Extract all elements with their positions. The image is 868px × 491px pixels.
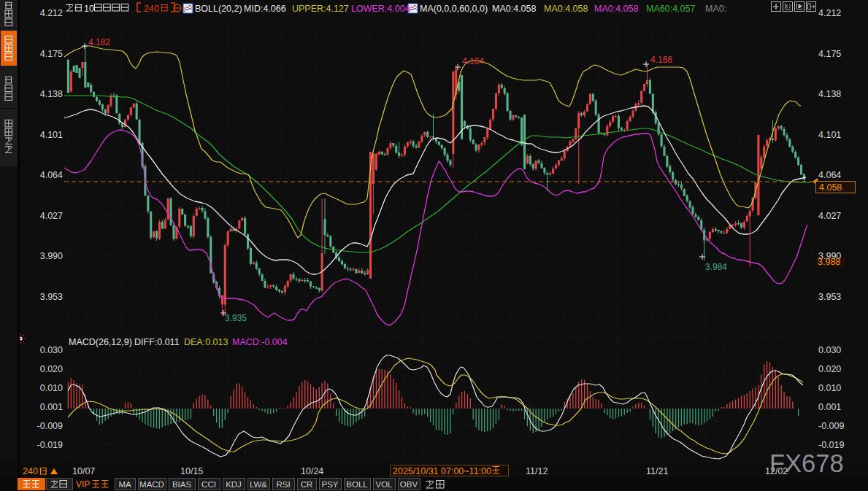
svg-text:-0.019: -0.019 — [37, 440, 63, 450]
svg-text:-0.019: -0.019 — [818, 440, 844, 450]
svg-text:OBV: OBV — [400, 480, 418, 489]
svg-text:DIFF:0.011: DIFF:0.011 — [134, 337, 180, 347]
svg-text:0.001: 0.001 — [40, 402, 63, 412]
svg-text:4.164: 4.164 — [462, 56, 484, 66]
svg-text:4.175: 4.175 — [818, 49, 841, 59]
svg-text:4.027: 4.027 — [40, 211, 63, 221]
svg-text:-0.009: -0.009 — [818, 421, 844, 431]
svg-text:4.027: 4.027 — [818, 211, 841, 221]
svg-text:PSY: PSY — [321, 480, 338, 489]
svg-text:4.212: 4.212 — [40, 8, 63, 18]
svg-text:-0.009: -0.009 — [37, 421, 63, 431]
svg-text:3.953: 3.953 — [40, 292, 63, 302]
svg-text:0.010: 0.010 — [40, 383, 63, 393]
svg-text:3.990: 3.990 — [40, 251, 63, 261]
svg-text:VOL: VOL — [375, 480, 393, 489]
svg-text:BIAS: BIAS — [172, 480, 192, 489]
svg-text:0.020: 0.020 — [40, 364, 63, 374]
svg-text:0.020: 0.020 — [818, 364, 841, 374]
svg-text:0.010: 0.010 — [818, 383, 841, 393]
svg-text:10/15: 10/15 — [180, 466, 203, 476]
svg-text:FX678: FX678 — [769, 449, 844, 477]
svg-text:MID:4.066: MID:4.066 — [244, 4, 286, 14]
svg-text:MACD(26,12,9): MACD(26,12,9) — [69, 337, 132, 347]
svg-text:MA60:4.057: MA60:4.057 — [646, 4, 695, 14]
svg-text:LOWER:4.004: LOWER:4.004 — [351, 4, 410, 14]
svg-text:MACD: MACD — [139, 480, 164, 489]
svg-text:10: 10 — [84, 4, 94, 14]
svg-text:MA(0,0,0,60,0,0): MA(0,0,0,60,0,0) — [420, 4, 488, 14]
svg-text:0.001: 0.001 — [818, 402, 841, 412]
svg-text:3.988: 3.988 — [818, 257, 840, 267]
svg-text:0.030: 0.030 — [40, 345, 63, 355]
svg-text:11/12: 11/12 — [526, 466, 548, 476]
svg-text:MA0:4.058: MA0:4.058 — [594, 4, 639, 14]
svg-text:CCI: CCI — [201, 480, 216, 489]
svg-text:DEA:0.013: DEA:0.013 — [184, 337, 228, 347]
svg-text:4.138: 4.138 — [818, 89, 841, 99]
svg-text:240: 240 — [23, 466, 38, 476]
svg-text:3.953: 3.953 — [818, 292, 841, 302]
svg-text:BOLL(20,2): BOLL(20,2) — [195, 4, 242, 14]
svg-text:3.984: 3.984 — [705, 262, 727, 272]
svg-text:10/07: 10/07 — [72, 466, 95, 476]
svg-text:BOLL: BOLL — [346, 480, 368, 489]
svg-text:10/24: 10/24 — [301, 466, 323, 476]
svg-text:4.182: 4.182 — [88, 37, 110, 47]
svg-text:4.175: 4.175 — [40, 49, 63, 59]
svg-text:11/21: 11/21 — [646, 466, 668, 476]
svg-text:3.935: 3.935 — [225, 313, 247, 323]
svg-text:MA0:4.058: MA0:4.058 — [544, 4, 588, 14]
svg-text:4.064: 4.064 — [818, 170, 841, 180]
svg-text:CR: CR — [301, 480, 313, 489]
svg-text:4.212: 4.212 — [818, 8, 841, 18]
svg-text:2025/10/31 07:00~11:00: 2025/10/31 07:00~11:00 — [393, 466, 491, 476]
svg-text:0.030: 0.030 — [818, 345, 841, 355]
svg-text:KDJ: KDJ — [226, 480, 242, 489]
svg-text:LW&: LW& — [250, 480, 267, 489]
svg-text:RSI: RSI — [276, 480, 290, 489]
svg-text:MA0:4.058: MA0:4.058 — [492, 4, 537, 14]
svg-text:240: 240 — [144, 4, 159, 14]
svg-text:MA: MA — [118, 480, 131, 489]
svg-text:4.166: 4.166 — [650, 55, 672, 65]
svg-text:MACD:-0.004: MACD:-0.004 — [232, 337, 288, 347]
svg-text:4.101: 4.101 — [40, 130, 63, 140]
svg-text:4.101: 4.101 — [818, 130, 841, 140]
svg-text:MA0:: MA0: — [705, 4, 726, 14]
svg-text:4.058: 4.058 — [819, 182, 842, 193]
svg-text:VIP: VIP — [76, 479, 90, 490]
svg-text:4.138: 4.138 — [40, 89, 63, 99]
svg-text:4.064: 4.064 — [40, 170, 63, 180]
svg-text:UPPER:4.127: UPPER:4.127 — [292, 4, 349, 14]
